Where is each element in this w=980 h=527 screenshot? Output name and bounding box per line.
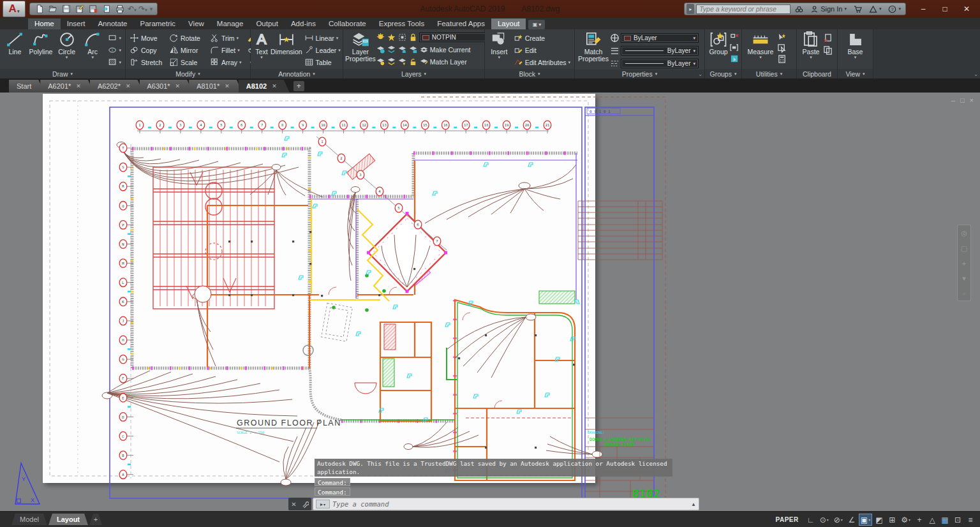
command-close-icon[interactable]: ✕: [291, 501, 296, 508]
status-3d-object-snap-button[interactable]: ◩: [873, 514, 885, 526]
layer-state-4-icon[interactable]: [408, 45, 418, 54]
ribbon-tab-insert[interactable]: Insert: [61, 19, 92, 29]
make-current-button[interactable]: Make Current: [430, 43, 471, 56]
color-dropdown[interactable]: ByLayer▾: [621, 33, 699, 43]
status-object-snap-button[interactable]: ▣▾: [859, 514, 872, 526]
status-workspace-switching-button[interactable]: ⚙▾: [899, 514, 912, 526]
layer-isolate-icon[interactable]: [397, 33, 407, 42]
ribbon-tab-parametric[interactable]: Parametric: [134, 19, 182, 29]
drawing-area[interactable]: 123456789101112131415161718192021TSRQPNM…: [0, 93, 980, 511]
base-button[interactable]: Base▾: [843, 31, 868, 59]
quick-calc-icon[interactable]: [777, 54, 787, 64]
table-button[interactable]: Table: [302, 56, 343, 68]
paper-space-indicator[interactable]: PAPER: [775, 516, 798, 523]
file-tab-a6201[interactable]: A6201*✕: [40, 80, 94, 93]
new-file-button[interactable]: [33, 3, 46, 15]
layer-dropdown[interactable]: NOTPIN ▾: [419, 33, 494, 42]
qat-customize-button[interactable]: ▾: [149, 6, 154, 12]
command-prompt-icon[interactable]: ▸▾: [316, 500, 330, 508]
edit-block-button[interactable]: Edit: [512, 44, 572, 56]
text-button[interactable]: AText▾: [253, 31, 271, 59]
group-selection-icon[interactable]: [730, 54, 739, 64]
file-tab-close-icon[interactable]: ✕: [126, 83, 131, 89]
properties-expander-icon[interactable]: ⌄: [698, 71, 702, 77]
panel-footer-modify[interactable]: Modify▾: [126, 69, 250, 78]
minimize-button[interactable]: –: [914, 2, 933, 16]
command-line[interactable]: ✕ ▸▾ Type a command ▲: [288, 498, 699, 510]
transfer-button[interactable]: [100, 3, 113, 15]
navbar-more-icon[interactable]: ▾: [962, 274, 966, 283]
layer-state-2-icon[interactable]: [387, 45, 396, 54]
status-polar-tracking-button[interactable]: ⊙▾: [818, 514, 831, 526]
copy-button[interactable]: Copy: [128, 44, 167, 56]
layer-unlock-icon[interactable]: [408, 57, 418, 66]
ribbon-tab-express-tools[interactable]: Express Tools: [373, 19, 431, 29]
status-ortho-mode-button[interactable]: ∟: [805, 514, 817, 526]
stretch-button[interactable]: Stretch: [128, 56, 167, 68]
close-button[interactable]: ✕: [957, 2, 976, 16]
undo-button[interactable]: ↶▾: [127, 4, 137, 13]
hatch-button[interactable]: ▾: [106, 56, 124, 68]
command-customize-icon[interactable]: [302, 501, 309, 508]
help-button[interactable]: ?▾: [886, 3, 903, 15]
lineweight-dropdown[interactable]: ByLayer▾: [621, 46, 699, 56]
panel-footer-layers[interactable]: Layers▾: [343, 69, 484, 78]
linetype-dropdown[interactable]: ByLayer▾: [621, 59, 699, 68]
layout-tab[interactable]: Layout: [48, 514, 88, 525]
rotate-button[interactable]: Rotate: [167, 32, 208, 44]
ribbon-options-button[interactable]: ▣▾: [528, 20, 545, 29]
panel-footer-draw[interactable]: Draw▾: [0, 69, 125, 78]
new-drawing-tab-button[interactable]: +: [293, 81, 304, 91]
status-quick-properties-button[interactable]: +: [914, 514, 925, 526]
file-tab-close-icon[interactable]: ✕: [225, 83, 230, 89]
polyline-button[interactable]: Polyline: [28, 31, 54, 56]
file-tab-a6301[interactable]: A6301*✕: [140, 80, 193, 93]
ribbon-tab-annotate[interactable]: Annotate: [91, 19, 133, 29]
drawing-minimize-button[interactable]: –: [951, 96, 955, 104]
app-menu-button[interactable]: A▾: [3, 1, 26, 17]
status-clean-screen-button[interactable]: ⊡: [952, 514, 963, 526]
panel-footer-annotation[interactable]: Annotation▾: [251, 69, 343, 78]
match-layer-button[interactable]: Match Layer: [430, 56, 467, 68]
array-button[interactable]: Array▾: [208, 56, 245, 68]
copy-clip-icon[interactable]: [823, 45, 833, 55]
create-block-button[interactable]: Create: [512, 32, 572, 44]
layer-state-7-icon[interactable]: [397, 57, 407, 66]
rectangle-button[interactable]: ▾: [106, 32, 124, 44]
ribbon-tab-collaborate[interactable]: Collaborate: [322, 19, 373, 29]
dimension-button[interactable]: Dimension: [271, 31, 302, 56]
circle-button[interactable]: Circle▾: [54, 31, 80, 59]
group-button[interactable]: Group: [707, 31, 730, 56]
panel-footer-properties[interactable]: Properties▾⌄: [575, 70, 704, 78]
trim-button[interactable]: Trim▾: [208, 32, 245, 44]
id-point-icon[interactable]: [777, 33, 787, 42]
ungroup-icon[interactable]: [730, 33, 739, 42]
layer-freeze-icon[interactable]: [387, 33, 396, 42]
open-file-button[interactable]: [47, 3, 59, 15]
group-edit-icon[interactable]: [730, 43, 739, 53]
panel-footer-groups[interactable]: Groups▾: [705, 69, 741, 78]
status-isometric-drafting-button[interactable]: ⊘▾: [832, 514, 845, 526]
save-all-button[interactable]: [87, 3, 100, 15]
arc-button[interactable]: Arc▾: [80, 31, 106, 59]
save-button[interactable]: [60, 3, 73, 15]
search-button[interactable]: [792, 3, 806, 15]
ribbon-tab-output[interactable]: Output: [249, 19, 285, 29]
file-tab-close-icon[interactable]: ✕: [272, 83, 277, 89]
panel-footer-utilities[interactable]: Utilities▾: [742, 69, 796, 78]
status-customization-menu-button[interactable]: ≡: [965, 514, 976, 526]
drawing-restore-button[interactable]: □: [960, 96, 965, 104]
panel-footer-clipboard[interactable]: Clipboard: [797, 69, 837, 78]
measure-button[interactable]: Measure▾: [744, 31, 777, 59]
status-annotation-monitor-button[interactable]: △: [926, 514, 938, 526]
ribbon-tab-manage[interactable]: Manage: [211, 19, 250, 29]
floor-plan[interactable]: 123456789101112131415161718192021TSRQPNM…: [0, 93, 980, 511]
zoom-extents-icon[interactable]: +: [962, 260, 966, 267]
ribbon-tab-view[interactable]: View: [182, 19, 211, 29]
ribbon-tab-home[interactable]: Home: [28, 19, 61, 29]
insert-button[interactable]: Insert▾: [487, 31, 512, 59]
linear-button[interactable]: Linear▾: [302, 32, 343, 44]
maximize-button[interactable]: □: [935, 2, 954, 16]
status-dynamic-input-button[interactable]: ⊞: [886, 514, 898, 526]
panel-footer-block[interactable]: Block▾: [485, 69, 574, 78]
